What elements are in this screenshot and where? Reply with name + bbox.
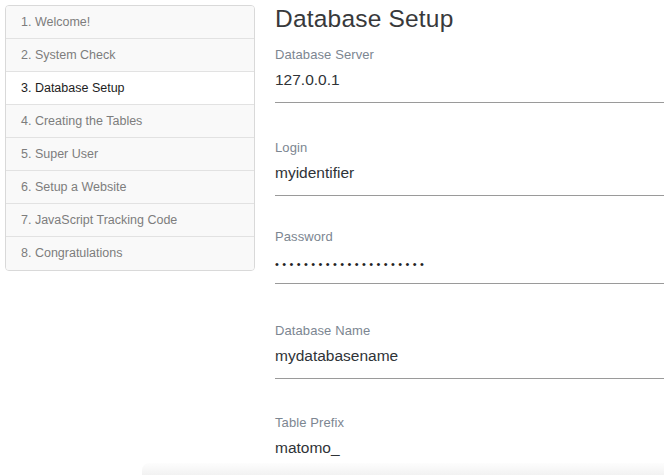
- field-table-prefix: Table Prefix: [275, 416, 664, 470]
- page: { "page": { "title": "Database Setup" },…: [0, 0, 664, 475]
- sidebar-item-welcome[interactable]: 1. Welcome!: [6, 6, 254, 39]
- field-database-server: Database Server: [275, 48, 664, 103]
- page-title: Database Setup: [275, 5, 454, 33]
- sidebar-item-database-setup[interactable]: 3. Database Setup: [6, 72, 254, 105]
- field-password: Password: [275, 230, 664, 284]
- sidebar-item-super-user[interactable]: 5. Super User: [6, 138, 254, 171]
- sidebar-item-js-tracking-code[interactable]: 7. JavaScript Tracking Code: [6, 204, 254, 237]
- table-prefix-label: Table Prefix: [275, 416, 664, 430]
- field-login: Login: [275, 141, 664, 196]
- sidebar-item-creating-tables[interactable]: 4. Creating the Tables: [6, 105, 254, 138]
- password-input[interactable]: [275, 251, 664, 284]
- password-label: Password: [275, 230, 664, 244]
- login-label: Login: [275, 141, 664, 155]
- database-name-input[interactable]: [275, 345, 664, 379]
- sidebar-item-congratulations[interactable]: 8. Congratulations: [6, 237, 254, 270]
- database-server-label: Database Server: [275, 48, 664, 62]
- field-database-name: Database Name: [275, 324, 664, 379]
- main-content: Database Setup Database Server Login Pas…: [275, 0, 664, 475]
- login-input[interactable]: [275, 162, 664, 196]
- bottom-partial-panel: [142, 463, 664, 475]
- sidebar-item-setup-website[interactable]: 6. Setup a Website: [6, 171, 254, 204]
- database-server-input[interactable]: [275, 69, 664, 103]
- install-steps-sidebar: 1. Welcome! 2. System Check 3. Database …: [5, 5, 255, 271]
- database-name-label: Database Name: [275, 324, 664, 338]
- sidebar-item-system-check[interactable]: 2. System Check: [6, 39, 254, 72]
